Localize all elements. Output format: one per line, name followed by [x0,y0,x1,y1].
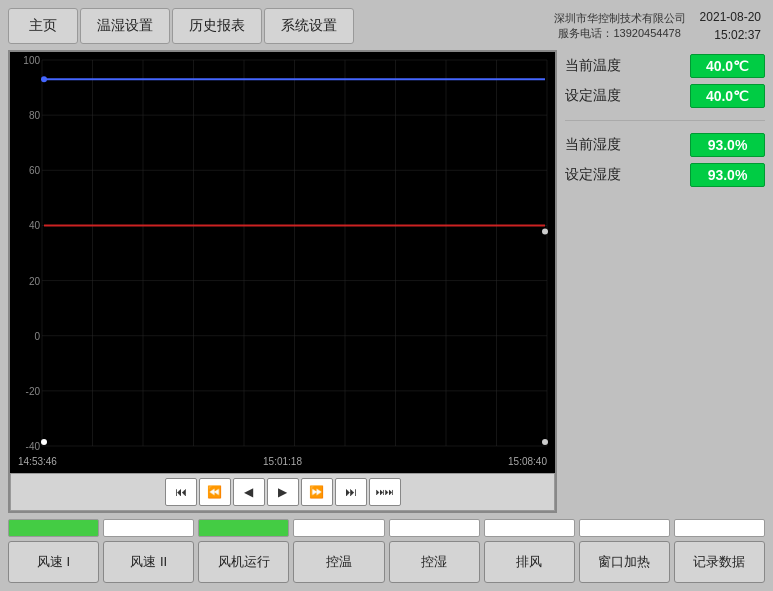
status-5 [484,519,575,537]
status-6 [579,519,670,537]
time-display: 15:02:37 [700,26,761,44]
tab-history[interactable]: 历史报表 [172,8,262,44]
function-button-row: 风速 I 风速 II 风机运行 控温 控湿 排风 窗口加热 记录数据 [8,541,765,583]
playback-next-fast[interactable]: ⏩ [301,478,333,506]
set-humid-value: 93.0% [690,163,765,187]
divider [565,120,765,121]
playback-last2[interactable]: ⏭⏭ [369,478,401,506]
chart-time-labels: 14:53:46 15:01:18 15:08:40 [10,454,555,469]
playback-next[interactable]: ▶ [267,478,299,506]
tab-system-settings[interactable]: 系统设置 [264,8,354,44]
btn-fan-speed-1[interactable]: 风速 I [8,541,99,583]
chart-container: 14:53:46 15:01:18 15:08:40 ⏮ ⏪ ◀ ▶ ⏩ ⏭ ⏭… [8,50,557,513]
playback-prev-fast[interactable]: ⏪ [199,478,231,506]
status-7 [674,519,765,537]
top-bar: 主页 温湿设置 历史报表 系统设置 深圳市华控制技术有限公司 服务电话：1392… [8,8,765,44]
tab-home[interactable]: 主页 [8,8,78,44]
current-humid-row: 当前湿度 93.0% [565,133,765,157]
bottom-section: 风速 I 风速 II 风机运行 控温 控湿 排风 窗口加热 记录数据 [8,519,765,583]
btn-humid-ctrl[interactable]: 控湿 [389,541,480,583]
playback-last[interactable]: ⏭ [335,478,367,506]
time-label-left: 14:53:46 [18,456,57,467]
set-temp-row: 设定温度 40.0℃ [565,84,765,108]
set-humid-row: 设定湿度 93.0% [565,163,765,187]
humidity-group: 当前湿度 93.0% 设定湿度 93.0% [565,133,765,187]
status-4 [389,519,480,537]
playback-first[interactable]: ⏮ [165,478,197,506]
company-phone: 服务电话：13920454478 [554,26,686,41]
btn-fan-speed-2[interactable]: 风速 II [103,541,194,583]
right-panel: 当前温度 40.0℃ 设定温度 40.0℃ 当前湿度 93.0% 设定湿度 93… [565,50,765,513]
playback-controls: ⏮ ⏪ ◀ ▶ ⏩ ⏭ ⏭⏭ [10,473,555,511]
set-temp-value: 40.0℃ [690,84,765,108]
btn-window-heat[interactable]: 窗口加热 [579,541,670,583]
btn-fan-run[interactable]: 风机运行 [198,541,289,583]
company-name: 深圳市华控制技术有限公司 [554,11,686,26]
content-area: 14:53:46 15:01:18 15:08:40 ⏮ ⏪ ◀ ▶ ⏩ ⏭ ⏭… [8,50,765,513]
btn-temp-ctrl[interactable]: 控温 [293,541,384,583]
playback-prev[interactable]: ◀ [233,478,265,506]
set-humid-label: 设定湿度 [565,166,635,184]
time-label-right: 15:08:40 [508,456,547,467]
current-temp-value: 40.0℃ [690,54,765,78]
set-temp-label: 设定温度 [565,87,635,105]
temperature-group: 当前温度 40.0℃ 设定温度 40.0℃ [565,54,765,108]
time-label-mid: 15:01:18 [263,456,302,467]
btn-exhaust[interactable]: 排风 [484,541,575,583]
current-humid-value: 93.0% [690,133,765,157]
company-info: 深圳市华控制技术有限公司 服务电话：13920454478 [546,8,694,44]
current-temp-row: 当前温度 40.0℃ [565,54,765,78]
btn-record-data[interactable]: 记录数据 [674,541,765,583]
status-3 [293,519,384,537]
datetime-info: 2021-08-20 15:02:37 [696,8,765,44]
current-temp-label: 当前温度 [565,57,635,75]
status-0 [8,519,99,537]
tab-temp-humid-settings[interactable]: 温湿设置 [80,8,170,44]
status-2 [198,519,289,537]
status-row [8,519,765,537]
current-humid-label: 当前湿度 [565,136,635,154]
status-1 [103,519,194,537]
chart-inner [10,52,555,454]
main-container: 主页 温湿设置 历史报表 系统设置 深圳市华控制技术有限公司 服务电话：1392… [0,0,773,591]
chart-canvas [10,52,555,454]
date-display: 2021-08-20 [700,8,761,26]
